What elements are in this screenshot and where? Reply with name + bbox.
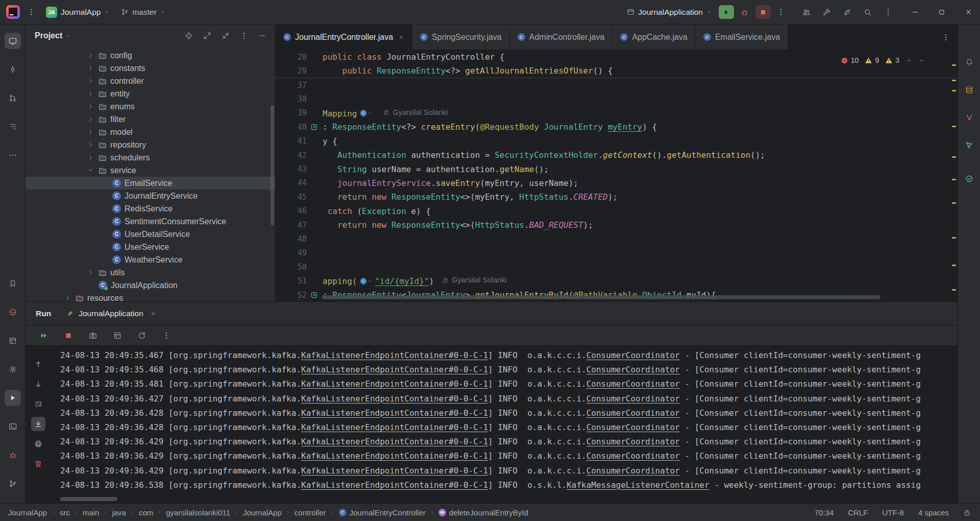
tree-item[interactable]: CJournalApplication [26,279,275,292]
console-class-link[interactable]: KafkaListenerEndpointContainer#0-0-C-1 [301,480,488,490]
maximize-button[interactable] [930,0,953,24]
console-class-link[interactable]: KafkaMessageListenerContainer [567,480,709,490]
editor-hscrollbar[interactable] [322,295,880,299]
line-number[interactable]: 40 [276,123,320,132]
tree-item[interactable]: CSentimentConsumerService [26,215,275,228]
console-class-link[interactable]: KafkaListenerEndpointContainer#0-0-C-1 [301,422,488,432]
stripe-mark[interactable] [952,202,956,204]
rerun-icon[interactable] [37,328,51,343]
editor-tab[interactable]: CAdminController.java [510,25,613,50]
tree-item[interactable]: entity [26,87,275,100]
error-stripe[interactable] [950,50,958,301]
line-number[interactable]: 51 [276,276,320,286]
soft-wrap-icon[interactable] [31,397,45,411]
breadcrumb-item[interactable]: gyarsilalsolanki011 [166,508,230,517]
console-class-link[interactable]: ConsumerCoordinator [586,350,680,360]
prev-occurrence-icon[interactable] [31,357,45,371]
restore-layout-icon[interactable] [110,328,125,343]
editor-tab[interactable]: CEmailService.java [696,25,788,50]
run-tab[interactable]: JournalApplication [66,309,156,318]
tree-chevron-icon[interactable] [86,167,95,174]
tree-item[interactable]: CUserDetailService [26,228,275,241]
line-number[interactable]: 48 [276,234,320,244]
breadcrumb-item[interactable]: main [83,508,100,517]
line-number[interactable]: 20 [276,53,320,62]
tree-item[interactable]: service [26,164,275,177]
stripe-mark[interactable] [952,265,956,266]
close-tab-icon[interactable] [150,311,156,317]
line-number[interactable]: 38 [276,94,320,104]
console-class-link[interactable]: KafkaListenerEndpointContainer#0-0-C-1 [301,394,488,404]
breadcrumb-item[interactable]: src [60,508,70,517]
console-class-link[interactable]: ConsumerCoordinator [586,379,680,389]
stripe-mark[interactable] [952,80,956,81]
endpoint-icon[interactable] [359,277,372,285]
tree-item[interactable]: repository [26,138,275,151]
search-everywhere-icon[interactable] [861,5,875,19]
tree-item[interactable]: CUserService [26,241,275,253]
terminal-icon[interactable] [5,418,21,435]
line-number[interactable]: 45 [276,193,320,202]
line-number[interactable]: 47 [276,221,320,230]
clear-console-icon[interactable] [31,457,45,471]
tools-icon[interactable] [820,5,834,19]
editor-tab[interactable]: CJournalEntryController.java [276,25,412,50]
tree-item[interactable]: model [26,126,275,138]
run-button[interactable] [719,5,734,19]
git-icon[interactable] [5,476,21,492]
console-class-link[interactable]: ConsumerCoordinator [586,394,680,404]
maven-icon[interactable] [961,109,977,126]
line-number[interactable]: 52 [276,291,320,300]
mapping-gutter-icon[interactable] [308,123,320,131]
endpoint-icon[interactable] [359,109,372,117]
tree-chevron-icon[interactable] [86,154,95,161]
editor-tab[interactable]: CSpringSecurity.java [412,25,510,50]
checks-icon[interactable] [961,171,977,187]
debug-icon[interactable] [5,447,21,463]
console-class-link[interactable]: KafkaListenerEndpointContainer#0-0-C-1 [301,437,488,446]
tree-item[interactable]: CJournalEntryService [26,190,275,202]
project-panel-title[interactable]: Project [35,31,62,40]
prev-problem-icon[interactable] [905,57,912,64]
tree-item[interactable]: utils [26,266,275,279]
more-options-icon[interactable] [237,29,251,42]
console-more-icon[interactable] [159,328,174,343]
breadcrumb-item[interactable]: mdeleteJournalEntryById [438,508,528,517]
next-occurrence-icon[interactable] [31,377,45,391]
tree-chevron-icon[interactable] [86,52,95,59]
caret-position[interactable]: 70:34 [815,508,834,517]
line-number[interactable]: 42 [276,151,320,160]
tree-chevron-icon[interactable] [86,103,95,110]
console-class-link[interactable]: ConsumerCoordinator [586,437,680,446]
line-number[interactable]: 37 [276,81,320,90]
tree-item[interactable]: resources [26,292,275,301]
next-problem-icon[interactable] [918,57,925,64]
notifications-icon[interactable] [961,54,977,70]
problems-icon[interactable] [5,304,21,320]
project-widget[interactable]: JA JournalApp [42,5,113,20]
plugin-leaf-icon[interactable] [840,5,854,19]
tabs-more-icon[interactable] [934,25,958,50]
breadcrumb-item[interactable]: JournalApp [8,508,47,517]
lock-icon[interactable] [963,509,971,516]
indent-setting[interactable]: 4 spaces [918,508,949,517]
minimize-button[interactable] [903,0,927,24]
run-config-widget[interactable]: JournalApplication [623,6,716,19]
tree-item[interactable]: config [26,49,275,62]
tree-item[interactable]: CRedisService [26,202,275,215]
line-number[interactable]: 49 [276,248,320,257]
run-tool-icon[interactable] [5,390,21,406]
scroll-to-end-icon[interactable] [31,417,45,431]
stripe-mark[interactable] [952,179,956,180]
endpoints-icon[interactable] [961,137,977,153]
hide-panel-icon[interactable] [256,29,269,42]
tree-item[interactable]: filter [26,113,275,126]
tree-item[interactable]: enums [26,100,275,113]
stripe-mark[interactable] [952,289,956,291]
stripe-mark[interactable] [952,64,956,66]
line-number[interactable]: 50 [276,263,320,272]
weak-warning-count[interactable]: 3 [885,56,899,64]
structure-icon[interactable] [5,119,21,135]
tree-chevron-icon[interactable] [86,269,95,276]
breadcrumb-item[interactable]: com [139,508,153,517]
